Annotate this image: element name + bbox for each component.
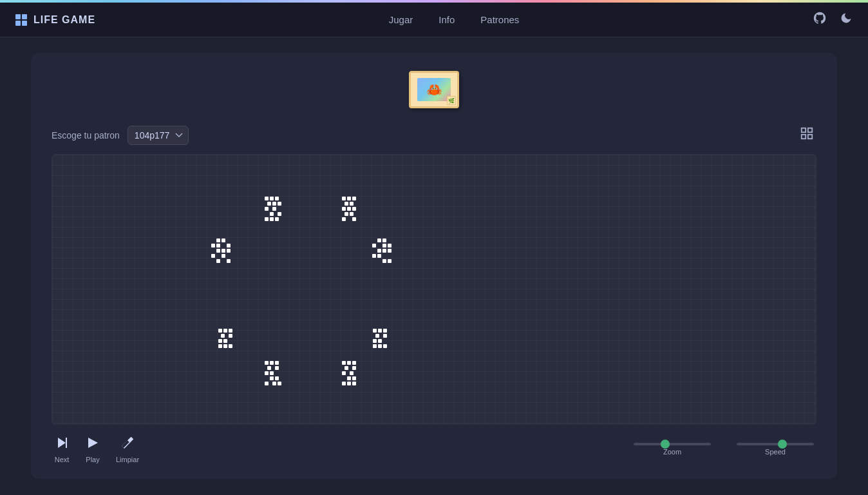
zoom-slider-group: Zoom xyxy=(634,443,711,456)
life-cell xyxy=(278,382,281,385)
github-icon[interactable] xyxy=(813,11,827,28)
cells-layer xyxy=(52,155,816,424)
life-cell xyxy=(382,259,386,263)
life-cell xyxy=(350,202,354,206)
life-cell xyxy=(352,366,356,370)
svg-rect-1 xyxy=(808,128,812,132)
life-cell xyxy=(275,217,279,221)
game-grid-canvas xyxy=(52,155,816,424)
thumbnail-image: 🦀 xyxy=(417,78,451,101)
life-cell xyxy=(352,376,356,380)
sliders-area: Zoom Speed xyxy=(634,443,814,456)
playback-controls: Next Play Limpia xyxy=(54,435,139,463)
life-cell xyxy=(216,244,220,248)
svg-rect-4 xyxy=(66,438,67,448)
life-cell xyxy=(229,329,232,333)
life-cell xyxy=(216,259,220,263)
life-cell xyxy=(265,371,269,375)
life-cell xyxy=(223,329,227,333)
life-cell xyxy=(383,334,387,338)
main-content: 🦀 🌿 Escoge tu patron 104p177 glider blin… xyxy=(0,37,868,494)
speed-slider[interactable] xyxy=(737,443,814,445)
life-cell xyxy=(352,382,356,385)
svg-rect-0 xyxy=(802,128,806,132)
life-cell xyxy=(347,361,351,365)
life-cell xyxy=(218,339,222,343)
nav-link-info[interactable]: Info xyxy=(439,12,455,28)
life-cell xyxy=(223,344,227,348)
moon-icon[interactable] xyxy=(840,12,853,28)
life-cell xyxy=(382,238,386,242)
life-cell xyxy=(222,238,225,242)
zoom-slider[interactable] xyxy=(634,443,711,445)
life-cell xyxy=(270,197,274,200)
life-cell xyxy=(221,334,225,338)
life-cell xyxy=(278,212,281,216)
next-button[interactable]: Next xyxy=(54,435,70,463)
life-cell xyxy=(352,197,356,200)
life-cell xyxy=(272,382,276,385)
svg-rect-2 xyxy=(802,135,806,139)
play-button[interactable]: Play xyxy=(85,435,100,463)
thumbnail-area: 🦀 🌿 xyxy=(52,71,816,108)
life-cell xyxy=(373,329,377,333)
life-cell xyxy=(216,249,220,253)
life-cell xyxy=(227,259,231,263)
life-cell xyxy=(388,259,392,263)
label-select-group: Escoge tu patron 104p177 glider blinker … xyxy=(52,126,189,145)
grid-view-button[interactable] xyxy=(797,124,816,146)
life-cell xyxy=(272,207,276,211)
life-cell xyxy=(378,339,382,343)
life-cell xyxy=(223,339,227,343)
life-cell xyxy=(275,361,279,365)
life-cell xyxy=(347,376,351,380)
life-cell xyxy=(378,329,382,333)
life-cell xyxy=(383,344,387,348)
life-cell xyxy=(216,238,220,242)
nav-link-jugar[interactable]: Jugar xyxy=(389,12,413,28)
life-cell xyxy=(227,249,231,253)
life-cell xyxy=(350,212,354,216)
life-cell xyxy=(227,244,231,248)
life-cell xyxy=(267,366,271,370)
bottom-bar: Next Play Limpia xyxy=(52,435,816,463)
logo-grid-icon xyxy=(15,14,27,26)
svg-rect-3 xyxy=(808,135,812,139)
play-icon xyxy=(85,435,100,453)
life-cell xyxy=(342,207,346,211)
app-title: LIFE GAME xyxy=(33,14,95,26)
game-area[interactable] xyxy=(52,154,816,425)
life-cell xyxy=(347,382,351,385)
game-card: 🦀 🌿 Escoge tu patron 104p177 glider blin… xyxy=(31,53,837,479)
nav-link-patrones[interactable]: Patrones xyxy=(480,12,519,28)
life-cell xyxy=(377,254,381,258)
life-cell xyxy=(350,371,354,375)
life-cell xyxy=(347,197,351,200)
life-cell xyxy=(275,376,279,380)
life-cell xyxy=(352,217,356,221)
life-cell xyxy=(342,382,346,385)
patron-select[interactable]: 104p177 glider blinker toad beacon pulsa… xyxy=(127,126,189,145)
grid-view-icon xyxy=(800,129,814,143)
life-cell xyxy=(275,366,279,370)
life-cell xyxy=(382,249,386,253)
life-cell xyxy=(375,334,379,338)
life-cell xyxy=(342,217,346,221)
life-cell xyxy=(270,217,274,221)
life-cell xyxy=(372,254,376,258)
patron-label: Escoge tu patron xyxy=(52,130,120,141)
life-cell xyxy=(229,344,232,348)
life-cell xyxy=(373,339,377,343)
clear-button[interactable]: Limpiar xyxy=(116,435,139,463)
life-cell xyxy=(344,202,348,206)
play-label: Play xyxy=(86,456,99,463)
nav-links: Jugar Info Patrones xyxy=(389,12,520,28)
life-cell xyxy=(270,212,274,216)
life-cell xyxy=(272,202,276,206)
life-cell xyxy=(378,344,382,348)
life-cell xyxy=(344,212,348,216)
next-label: Next xyxy=(55,456,70,463)
life-cell xyxy=(352,361,356,365)
life-cell xyxy=(229,334,232,338)
pattern-thumbnail: 🦀 🌿 xyxy=(409,71,459,108)
